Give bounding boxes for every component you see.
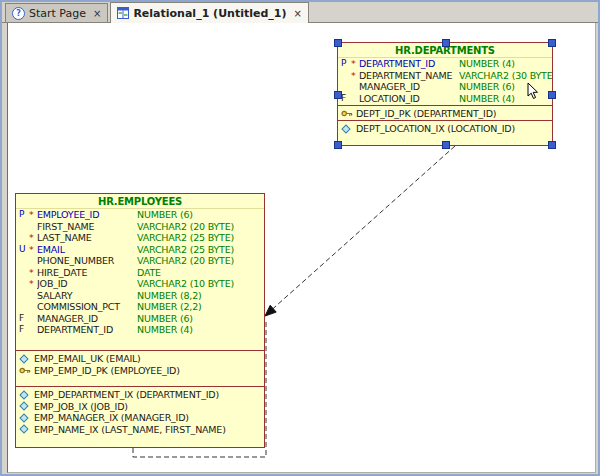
- column-type: VARCHAR2 (10 BYTE): [137, 278, 264, 290]
- column-row[interactable]: FIRST_NAMEVARCHAR2 (20 BYTE): [16, 221, 264, 233]
- selection-handle[interactable]: [442, 39, 450, 47]
- mandatory-asterisk: *: [351, 70, 359, 82]
- mandatory-asterisk: [29, 221, 37, 233]
- column-type: NUMBER (6): [137, 209, 264, 221]
- column-row[interactable]: MANAGER_IDNUMBER (6): [338, 81, 552, 93]
- column-type: NUMBER (6): [137, 313, 264, 325]
- column-name: LOCATION_ID: [359, 93, 459, 105]
- column-name: MANAGER_ID: [37, 313, 137, 325]
- column-flag: [19, 232, 29, 244]
- key-icon: [19, 366, 34, 375]
- column-row[interactable]: P*DEPARTMENT_IDNUMBER (4): [338, 58, 552, 70]
- column-flag: [19, 267, 29, 279]
- entity-title[interactable]: HR.EMPLOYEES: [16, 194, 264, 209]
- mandatory-asterisk: [29, 255, 37, 267]
- column-type: NUMBER (8,2): [137, 290, 264, 302]
- column-row[interactable]: SALARYNUMBER (8,2): [16, 290, 264, 302]
- column-row[interactable]: *LAST_NAMEVARCHAR2 (25 BYTE): [16, 232, 264, 244]
- column-name: EMPLOYEE_ID: [37, 209, 137, 221]
- selection-handle[interactable]: [548, 91, 556, 99]
- key-label: EMP_MANAGER_IX (MANAGER_ID): [34, 412, 189, 424]
- column-name: DEPARTMENT_NAME: [359, 70, 459, 82]
- column-row[interactable]: *JOB_IDVARCHAR2 (10 BYTE): [16, 278, 264, 290]
- column-row[interactable]: FMANAGER_IDNUMBER (6): [16, 313, 264, 325]
- key-label: DEPT_LOCATION_IX (LOCATION_ID): [356, 123, 515, 135]
- selection-handle[interactable]: [548, 141, 556, 149]
- mandatory-asterisk: *: [29, 267, 37, 279]
- tab-relational-1[interactable]: Relational_1 (Untitled_1) ×: [110, 2, 308, 23]
- column-name: HIRE_DATE: [37, 267, 137, 279]
- entity-hr-employees[interactable]: HR.EMPLOYEESP*EMPLOYEE_IDNUMBER (6)FIRST…: [15, 193, 265, 448]
- column-flag: [341, 81, 351, 93]
- column-row[interactable]: FLOCATION_IDNUMBER (4): [338, 93, 552, 105]
- column-flag: [19, 301, 29, 313]
- mandatory-asterisk: *: [29, 232, 37, 244]
- selection-handle[interactable]: [334, 141, 342, 149]
- key-row[interactable]: EMP_EMP_ID_PK (EMPLOYEE_ID): [16, 365, 264, 377]
- help-icon: ?: [12, 7, 25, 20]
- entity-hr-departments[interactable]: HR.DEPARTMENTSP*DEPARTMENT_IDNUMBER (4)*…: [337, 42, 553, 146]
- column-flag: [19, 255, 29, 267]
- column-row[interactable]: P*EMPLOYEE_IDNUMBER (6): [16, 209, 264, 221]
- column-type: VARCHAR2 (25 BYTE): [137, 244, 264, 256]
- column-flag: [19, 290, 29, 302]
- key-label: EMP_JOB_IX (JOB_ID): [34, 401, 128, 413]
- index-row[interactable]: DEPT_LOCATION_IX (LOCATION_ID): [338, 123, 552, 135]
- key-label: DEPT_ID_PK (DEPARTMENT_ID): [356, 108, 496, 120]
- editor-tab-bar: ? Start Page × Relational_1 (Untitled_1)…: [2, 2, 598, 23]
- column-flag: F: [341, 93, 351, 105]
- mandatory-asterisk: *: [29, 278, 37, 290]
- column-flag: [341, 70, 351, 82]
- selection-handle[interactable]: [442, 141, 450, 149]
- column-row[interactable]: *HIRE_DATEDATE: [16, 267, 264, 279]
- index-row[interactable]: EMP_MANAGER_IX (MANAGER_ID): [16, 412, 264, 424]
- index-row[interactable]: EMP_JOB_IX (JOB_ID): [16, 401, 264, 413]
- key-row[interactable]: DEPT_ID_PK (DEPARTMENT_ID): [338, 108, 552, 120]
- selection-handle[interactable]: [334, 91, 342, 99]
- mandatory-asterisk: [351, 81, 359, 93]
- tab-label: Relational_1 (Untitled_1): [133, 7, 286, 20]
- column-type: DATE: [137, 267, 264, 279]
- key-label: EMP_EMAIL_UK (EMAIL): [34, 353, 141, 365]
- column-row[interactable]: FDEPARTMENT_IDNUMBER (4): [16, 324, 264, 336]
- column-row[interactable]: U*EMAILVARCHAR2 (25 BYTE): [16, 244, 264, 256]
- column-type: NUMBER (2,2): [137, 301, 264, 313]
- column-flag: F: [19, 313, 29, 325]
- column-type: VARCHAR2 (20 BYTE): [137, 221, 264, 233]
- index-row[interactable]: EMP_DEPARTMENT_IX (DEPARTMENT_ID): [16, 389, 264, 401]
- mandatory-asterisk: [29, 313, 37, 325]
- column-flag: [19, 278, 29, 290]
- tab-start-page[interactable]: ? Start Page ×: [5, 3, 108, 22]
- column-flag: P: [341, 58, 351, 70]
- diagram-icon: [117, 7, 129, 19]
- column-list: P*DEPARTMENT_IDNUMBER (4)*DEPARTMENT_NAM…: [338, 58, 552, 105]
- column-row[interactable]: *DEPARTMENT_NAMEVARCHAR2 (30 BYTE): [338, 70, 552, 82]
- column-name: EMAIL: [37, 244, 137, 256]
- index-icon: [19, 401, 34, 411]
- column-row[interactable]: COMMISSION_PCTNUMBER (2,2): [16, 301, 264, 313]
- close-icon[interactable]: ×: [293, 8, 301, 19]
- column-type: VARCHAR2 (20 BYTE): [137, 255, 264, 267]
- index-icon: [19, 424, 34, 434]
- column-name: DEPARTMENT_ID: [359, 58, 459, 70]
- keys-section: DEPT_ID_PK (DEPARTMENT_ID): [338, 105, 552, 120]
- column-name: LAST_NAME: [37, 232, 137, 244]
- mandatory-asterisk: [29, 290, 37, 302]
- column-flag: F: [19, 324, 29, 336]
- column-flag: P: [19, 209, 29, 221]
- index-row[interactable]: EMP_NAME_IX (LAST_NAME, FIRST_NAME): [16, 424, 264, 436]
- key-row[interactable]: EMP_EMAIL_UK (EMAIL): [16, 353, 264, 365]
- tab-label: Start Page: [29, 7, 86, 20]
- mandatory-asterisk: [351, 93, 359, 105]
- close-icon[interactable]: ×: [93, 8, 101, 19]
- column-flag: [19, 221, 29, 233]
- column-name: FIRST_NAME: [37, 221, 137, 233]
- selection-handle[interactable]: [548, 39, 556, 47]
- column-row[interactable]: PHONE_NUMBERVARCHAR2 (20 BYTE): [16, 255, 264, 267]
- unique-icon: [19, 354, 34, 364]
- selection-handle[interactable]: [334, 39, 342, 47]
- mandatory-asterisk: [29, 324, 37, 336]
- mandatory-asterisk: *: [29, 244, 37, 256]
- keys-section: EMP_EMAIL_UK (EMAIL)EMP_EMP_ID_PK (EMPLO…: [16, 350, 264, 386]
- index-icon: [19, 390, 34, 400]
